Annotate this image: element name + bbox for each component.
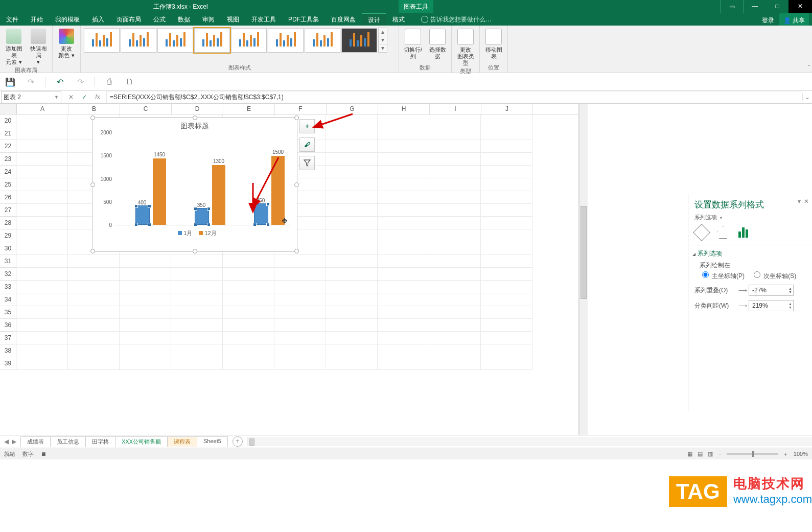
undo-icon[interactable] — [54, 76, 66, 88]
sheet-tab[interactable]: Sheet5 — [197, 436, 228, 447]
hscroll-thumb[interactable] — [249, 438, 254, 446]
bar-series1[interactable] — [135, 205, 150, 225]
sheet-tab[interactable]: 员工信息 — [50, 436, 86, 447]
row-header[interactable]: 33 — [0, 281, 16, 293]
row-header[interactable]: 27 — [0, 204, 16, 217]
row-header[interactable]: 38 — [0, 344, 16, 357]
change-chart-type-button[interactable]: 更改 图表类型 — [455, 28, 476, 66]
sheet-tab[interactable]: 田字格 — [85, 436, 115, 447]
zoom-slider[interactable] — [727, 453, 778, 455]
chart-legend[interactable]: 1月 12月 — [92, 229, 297, 237]
tab-file[interactable]: 文件 — [0, 13, 25, 26]
vertical-scrollbar[interactable] — [579, 104, 588, 435]
tab-formulas[interactable]: 公式 — [147, 13, 172, 26]
row-header[interactable]: 39 — [0, 357, 16, 370]
bar-series2[interactable] — [153, 158, 166, 225]
select-data-button[interactable]: 选择数据 — [427, 28, 448, 60]
styles-scroll-more[interactable]: ▾ — [379, 44, 387, 53]
tab-home[interactable]: 开始 — [25, 13, 49, 26]
redo-icon[interactable]: ↷ — [25, 76, 37, 88]
row-header[interactable]: 26 — [0, 191, 16, 204]
print-preview-icon[interactable]: 🗋 — [124, 76, 136, 88]
col-header[interactable]: E — [223, 104, 275, 114]
sheet-nav-prev-icon[interactable]: ◀ — [4, 438, 9, 445]
chart-style-4[interactable] — [194, 28, 230, 53]
vscroll-thumb[interactable] — [581, 206, 587, 299]
chart-handle[interactable] — [294, 249, 299, 253]
zoom-in-icon[interactable]: ＋ — [783, 450, 788, 458]
move-chart-button[interactable]: 移动图表 — [483, 28, 504, 60]
gap-up[interactable]: ▲ — [788, 302, 792, 306]
change-colors-button[interactable]: 更改 颜色 ▾ — [56, 28, 77, 59]
zoom-out-icon[interactable]: − — [718, 451, 721, 457]
overlap-up[interactable]: ▲ — [788, 287, 792, 290]
sheet-tab[interactable]: 成绩表 — [20, 436, 51, 447]
effects-icon[interactable] — [717, 226, 729, 239]
add-chart-element-button[interactable]: 添加图表 元素 ▾ — [3, 28, 25, 65]
row-header[interactable]: 31 — [0, 255, 16, 268]
cancel-formula-icon[interactable]: ✕ — [65, 94, 77, 101]
section-series-options[interactable]: 系列选项 — [692, 249, 807, 258]
row-header[interactable]: 35 — [0, 306, 16, 319]
tab-pdf[interactable]: PDF工具集 — [282, 13, 325, 26]
maximize-button[interactable]: □ — [766, 0, 788, 13]
col-header[interactable]: A — [17, 104, 68, 114]
row-header[interactable]: 29 — [0, 229, 16, 242]
tab-pagelayout[interactable]: 页面布局 — [110, 13, 147, 26]
bar-series2[interactable] — [271, 156, 285, 225]
col-header[interactable]: H — [378, 104, 430, 114]
login-link[interactable]: 登录 — [762, 14, 774, 27]
row-header[interactable]: 25 — [0, 178, 16, 191]
chart-handle[interactable] — [90, 249, 95, 253]
row-header[interactable]: 28 — [0, 217, 16, 229]
col-header[interactable]: J — [481, 104, 533, 114]
chart-brush-button[interactable]: 🖌 — [299, 137, 315, 152]
tab-review[interactable]: 审阅 — [196, 13, 221, 26]
row-header[interactable]: 24 — [0, 166, 16, 178]
collapse-ribbon-icon[interactable]: ˆ — [808, 64, 810, 72]
row-header[interactable]: 21 — [0, 127, 16, 140]
embedded-chart[interactable]: 图表标题 2000 1500 1000 500 0 40014503501300… — [92, 117, 297, 252]
chart-handle[interactable] — [90, 182, 95, 187]
chart-plus-button[interactable]: + — [299, 119, 315, 133]
zoom-value[interactable]: 100% — [794, 451, 808, 457]
sheet-nav-next-icon[interactable]: ▶ — [12, 438, 16, 445]
series-options-icon[interactable] — [738, 226, 750, 238]
chart-style-1[interactable] — [84, 28, 120, 53]
expand-formula-bar-icon[interactable]: ⌄ — [802, 94, 812, 101]
tell-me-input[interactable]: 告诉我您想要做什么… — [421, 13, 492, 26]
gap-slider-icon[interactable]: ⟶ — [736, 302, 749, 309]
col-header[interactable]: C — [120, 104, 172, 114]
chart-style-7[interactable] — [305, 28, 340, 53]
name-box-dropdown-icon[interactable]: ▼ — [54, 95, 59, 100]
tab-insert[interactable]: 插入 — [86, 13, 110, 26]
row-header[interactable]: 32 — [0, 268, 16, 281]
tab-mytemplates[interactable]: 我的模板 — [49, 13, 86, 26]
gap-input[interactable]: 219% ▲▼ — [749, 300, 794, 311]
macro-record-icon[interactable]: ⏹ — [41, 451, 47, 457]
chart-style-8[interactable] — [341, 28, 377, 53]
row-header[interactable]: 36 — [0, 319, 16, 332]
tab-format[interactable]: 格式 — [386, 13, 411, 26]
row-header[interactable]: 22 — [0, 140, 16, 153]
styles-scroll-down[interactable]: ▾ — [379, 36, 387, 44]
col-header[interactable]: F — [275, 104, 327, 114]
bar-series1[interactable] — [195, 208, 209, 225]
gap-down[interactable]: ▼ — [788, 306, 792, 309]
view-pagelayout-icon[interactable]: ▤ — [698, 451, 703, 457]
row-header[interactable]: 37 — [0, 332, 16, 344]
view-normal-icon[interactable]: ▦ — [687, 451, 692, 457]
tab-developer[interactable]: 开发工具 — [245, 13, 282, 26]
chart-style-6[interactable] — [268, 28, 304, 53]
chart-filter-button[interactable] — [299, 156, 315, 170]
tab-view[interactable]: 视图 — [221, 13, 245, 26]
bar-series1[interactable] — [254, 203, 268, 225]
name-box[interactable]: 图表 2 ▼ — [1, 91, 61, 103]
save-icon[interactable]: 💾 — [4, 76, 16, 88]
sheet-tab[interactable]: 课程表 — [167, 436, 197, 447]
overlap-slider-icon[interactable]: ⟶ — [736, 287, 749, 294]
tab-design[interactable]: 设计 — [362, 13, 386, 26]
sheet-tab[interactable]: XXX公司销售额 — [115, 436, 168, 447]
fill-icon[interactable] — [693, 224, 710, 241]
chart-handle[interactable] — [90, 115, 95, 120]
